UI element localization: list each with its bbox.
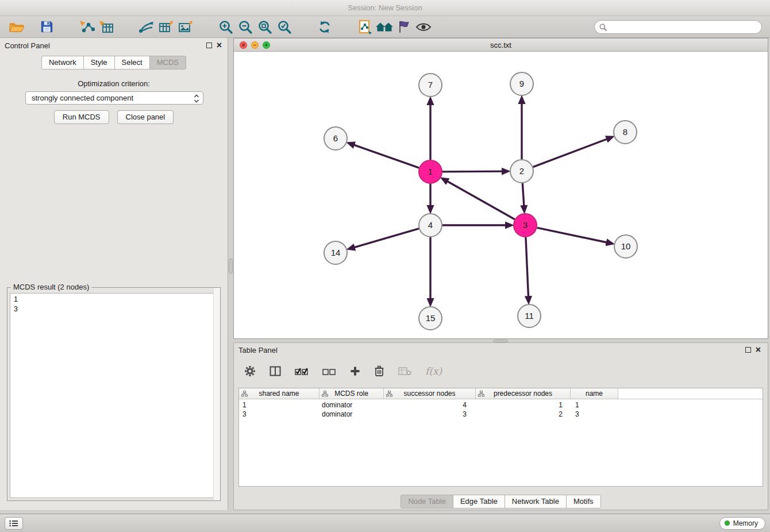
column-type-icon: [322, 391, 328, 399]
import-network-icon[interactable]: [77, 18, 97, 36]
chevron-up-down-icon: [194, 94, 199, 105]
table-cell[interactable]: 3: [571, 410, 618, 419]
graph-node-label-9: 9: [519, 79, 524, 88]
graph-node-label-7: 7: [428, 80, 433, 90]
close-panel-icon[interactable]: ×: [217, 43, 222, 48]
zoom-window-icon[interactable]: +: [263, 41, 270, 49]
graph-node-label-15: 15: [426, 313, 436, 323]
minimize-window-icon[interactable]: −: [251, 41, 259, 49]
column-header-successor-nodes[interactable]: successor nodes: [384, 388, 476, 399]
table-cell[interactable]: 1: [239, 400, 319, 410]
column-type-icon: [386, 391, 392, 399]
column-header-name[interactable]: name: [571, 388, 618, 399]
zoom-in-icon[interactable]: [216, 18, 236, 36]
table-settings-gear-icon[interactable]: [244, 365, 256, 377]
graph-node-label-8: 8: [623, 127, 627, 137]
graph-edge-4-14[interactable]: [349, 229, 419, 249]
tab-style[interactable]: Style: [83, 56, 115, 70]
delete-column-trash-icon[interactable]: [374, 365, 384, 377]
table-cell[interactable]: 1: [571, 400, 618, 410]
tab-select[interactable]: Select: [114, 56, 150, 70]
search-input[interactable]: [594, 20, 762, 34]
optimization-criterion-label: Optimization criterion:: [0, 79, 228, 88]
table-toolbar: f(x): [234, 359, 768, 383]
graph-edge-1-6[interactable]: [349, 143, 419, 168]
column-header-shared-name[interactable]: shared name: [239, 388, 319, 399]
export-table-icon[interactable]: [156, 18, 176, 36]
table-cell[interactable]: 1: [476, 400, 571, 410]
mcds-result-box: MCDS result (2 nodes) 13: [7, 287, 221, 501]
help-flag-icon[interactable]: [394, 18, 414, 36]
vertical-splitter-handle[interactable]: [229, 259, 233, 273]
close-window-icon[interactable]: ×: [240, 41, 247, 49]
column-type-icon: [241, 391, 248, 399]
function-builder-icon[interactable]: f(x): [425, 365, 442, 377]
tab-network-table[interactable]: Network Table: [505, 495, 567, 508]
table-cell[interactable]: 3: [239, 410, 319, 419]
mcds-result-line: 3: [14, 304, 209, 314]
select-all-columns-icon[interactable]: [295, 366, 309, 376]
criterion-dropdown[interactable]: strongly connected component: [25, 91, 203, 105]
new-network-view-icon[interactable]: [137, 18, 156, 36]
graph-edge-1-2[interactable]: [442, 171, 508, 172]
tab-edge-table[interactable]: Edge Table: [453, 495, 505, 508]
graph-edge-3-11[interactable]: [526, 237, 529, 302]
graph-node-label-4: 4: [428, 220, 433, 230]
table-cell[interactable]: 2: [476, 410, 571, 419]
column-header-mcds-role[interactable]: MCDS role: [319, 388, 384, 399]
run-mcds-button[interactable]: Run MCDS: [54, 110, 109, 124]
graph-node-label-11: 11: [525, 311, 534, 321]
node-table: shared name MCDS role successor nodes pr…: [238, 388, 763, 487]
home-icon[interactable]: [375, 18, 394, 36]
app-titlebar: Session: New Session: [0, 0, 770, 16]
float-table-panel-icon[interactable]: [745, 347, 751, 353]
graph-edge-2-8[interactable]: [533, 137, 613, 167]
zoom-fit-icon[interactable]: [255, 18, 275, 36]
graph-edge-2-3[interactable]: [522, 183, 524, 211]
deselect-all-columns-icon[interactable]: [322, 366, 336, 376]
node-table-body: 1dominator4113dominator323: [239, 399, 763, 419]
graph-edge-3-1[interactable]: [442, 179, 515, 219]
create-column-icon[interactable]: [350, 366, 360, 376]
show-column-icon[interactable]: [270, 366, 281, 376]
float-panel-icon[interactable]: [206, 43, 212, 48]
memory-label: Memory: [733, 519, 758, 527]
tab-mcds[interactable]: MCDS: [149, 56, 186, 70]
result-scrollbar[interactable]: [213, 288, 220, 500]
tab-motifs[interactable]: Motifs: [566, 495, 601, 508]
import-table-icon[interactable]: [97, 18, 116, 36]
graph-edge-3-10[interactable]: [537, 228, 613, 244]
mcds-result-line: 1: [14, 295, 209, 304]
control-panel: Control Panel × Network Style Select MCD…: [0, 38, 228, 510]
mcds-result-list[interactable]: 13: [10, 293, 218, 498]
task-history-button[interactable]: [5, 517, 23, 530]
table-panel-header: Table Panel ×: [234, 343, 768, 357]
clipboard-network-icon[interactable]: [355, 18, 375, 36]
close-panel-button[interactable]: Close panel: [117, 110, 174, 124]
table-cell[interactable]: 3: [384, 410, 476, 419]
network-graph[interactable]: 7968124314101511: [234, 52, 768, 338]
mcds-result-title: MCDS result (2 nodes): [11, 283, 91, 291]
close-table-panel-icon[interactable]: ×: [756, 347, 761, 353]
table-cell[interactable]: 4: [384, 400, 476, 410]
apply-layout-icon[interactable]: [315, 18, 334, 36]
delete-table-icon[interactable]: [398, 367, 411, 376]
search-icon: [599, 23, 607, 33]
tab-node-table[interactable]: Node Table: [401, 495, 453, 508]
network-canvas[interactable]: 7968124314101511: [234, 52, 768, 338]
table-row[interactable]: 1dominator411: [239, 400, 763, 410]
table-cell[interactable]: dominator: [319, 410, 384, 419]
zoom-selected-icon[interactable]: [275, 18, 294, 36]
eye-icon[interactable]: [414, 18, 433, 36]
table-row[interactable]: 3dominator323: [239, 410, 763, 419]
export-image-icon[interactable]: [176, 18, 195, 36]
table-cell[interactable]: dominator: [319, 400, 384, 410]
memory-button[interactable]: Memory: [719, 517, 765, 530]
tab-network[interactable]: Network: [41, 56, 84, 70]
graph-node-label-14: 14: [331, 248, 341, 257]
zoom-out-icon[interactable]: [236, 18, 255, 36]
open-session-icon[interactable]: [7, 18, 26, 36]
status-bar: Memory: [0, 514, 770, 532]
save-session-icon[interactable]: [37, 18, 56, 36]
column-header-predecessor-nodes[interactable]: predecessor nodes: [476, 388, 571, 399]
